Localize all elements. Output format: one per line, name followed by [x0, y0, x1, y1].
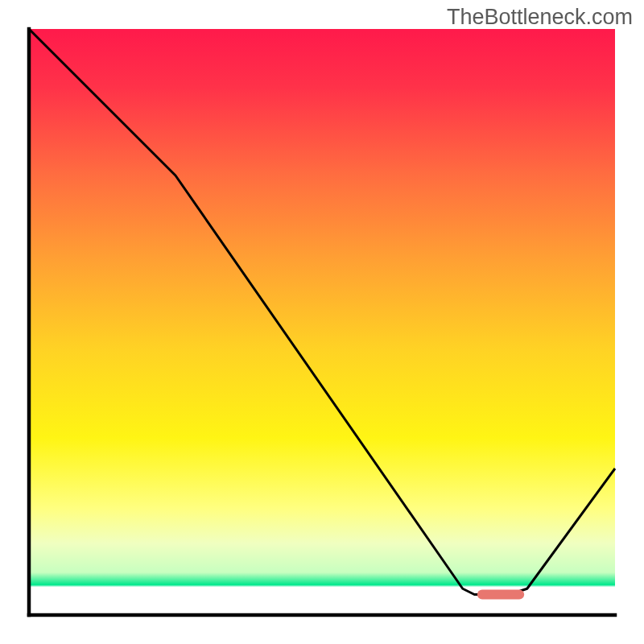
bottleneck-chart [0, 0, 644, 644]
watermark-text: TheBottleneck.com [447, 5, 633, 30]
chart-marker-pill [477, 590, 524, 600]
